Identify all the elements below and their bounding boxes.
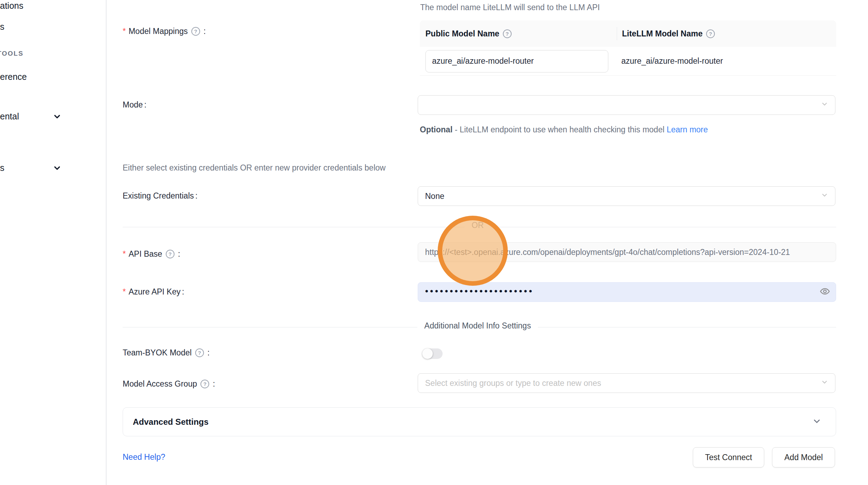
- model-access-group-select[interactable]: Select existing groups or type to create…: [418, 373, 835, 393]
- mode-select[interactable]: [418, 95, 835, 115]
- credentials-note: Either select existing credentials OR en…: [123, 163, 385, 173]
- chevron-down-icon: [820, 378, 829, 388]
- help-icon[interactable]: ?: [200, 380, 209, 388]
- table-header-row: Public Model Name ? LiteLLM Model Name ?: [420, 20, 836, 47]
- chevron-down-icon: [820, 191, 829, 201]
- azure-api-key-input[interactable]: ••••••••••••••••••••••: [418, 282, 836, 302]
- table-row: azure_ai/azure-model-router: [420, 47, 836, 76]
- existing-credentials-select[interactable]: None: [418, 186, 835, 206]
- help-icon[interactable]: ?: [503, 29, 512, 38]
- mode-label: Mode :: [123, 100, 146, 110]
- sidebar-item-inference[interactable]: erence: [0, 72, 27, 82]
- model-name-help-text: The model name LiteLLM will send to the …: [420, 3, 600, 12]
- toggle-knob: [422, 348, 433, 359]
- chevron-down-icon[interactable]: [53, 112, 62, 123]
- chevron-down-icon: [812, 416, 822, 428]
- test-connect-button[interactable]: Test Connect: [693, 447, 764, 467]
- model-access-group-label: Model Access Group ? :: [123, 379, 215, 389]
- mode-help-text: Optional - LiteLLM endpoint to use when …: [420, 123, 711, 137]
- model-mappings-table: Public Model Name ? LiteLLM Model Name ?…: [420, 20, 836, 76]
- advanced-settings-title: Advanced Settings: [133, 417, 812, 427]
- help-icon[interactable]: ?: [195, 348, 204, 357]
- model-mappings-label: * Model Mappings ? :: [123, 27, 206, 36]
- api-base-label: * API Base ? :: [123, 249, 180, 259]
- learn-more-link[interactable]: Learn more: [667, 125, 708, 134]
- eye-icon[interactable]: [820, 286, 830, 298]
- advanced-settings-panel[interactable]: Advanced Settings: [123, 407, 836, 436]
- sidebar-item-experimental[interactable]: ental: [0, 111, 19, 122]
- column-header-public-model-name: Public Model Name ?: [420, 29, 617, 39]
- sidebar-item-organizations[interactable]: ations: [0, 1, 23, 11]
- help-icon[interactable]: ?: [191, 27, 200, 36]
- section-divider-text: Additional Model Info Settings: [417, 321, 538, 331]
- chevron-down-icon: [820, 100, 829, 110]
- help-icon[interactable]: ?: [706, 29, 715, 38]
- existing-credentials-label: Existing Credentials :: [123, 191, 198, 201]
- sidebar-item[interactable]: s: [0, 22, 5, 32]
- team-byok-label: Team-BYOK Model ? :: [123, 348, 210, 358]
- need-help-link[interactable]: Need Help?: [123, 452, 165, 462]
- add-model-button[interactable]: Add Model: [772, 447, 835, 467]
- team-byok-toggle[interactable]: [422, 348, 443, 359]
- add-model-page: ations s TOOLS erence ental s The model …: [0, 0, 868, 485]
- sidebar-divider: [106, 0, 107, 485]
- public-model-name-input[interactable]: [425, 50, 608, 72]
- form-actions: Test Connect Add Model: [693, 447, 835, 467]
- help-icon[interactable]: ?: [166, 250, 175, 258]
- required-asterisk: *: [123, 249, 126, 259]
- chevron-down-icon[interactable]: [53, 164, 62, 174]
- litellm-model-name-value: azure_ai/azure-model-router: [608, 56, 723, 66]
- or-divider-text: OR: [465, 221, 491, 230]
- required-asterisk: *: [123, 287, 126, 297]
- required-asterisk: *: [123, 27, 126, 36]
- sidebar-item-settings[interactable]: s: [0, 163, 5, 173]
- sidebar-section-tools: TOOLS: [0, 50, 23, 57]
- masked-password-value: ••••••••••••••••••••••: [425, 286, 534, 296]
- api-base-input[interactable]: https://<test>.openai.azure.com/openai/d…: [418, 242, 836, 262]
- select-placeholder: Select existing groups or type to create…: [425, 379, 601, 388]
- azure-api-key-label: * Azure API Key :: [123, 287, 184, 297]
- column-header-litellm-model-name: LiteLLM Model Name ?: [617, 29, 717, 39]
